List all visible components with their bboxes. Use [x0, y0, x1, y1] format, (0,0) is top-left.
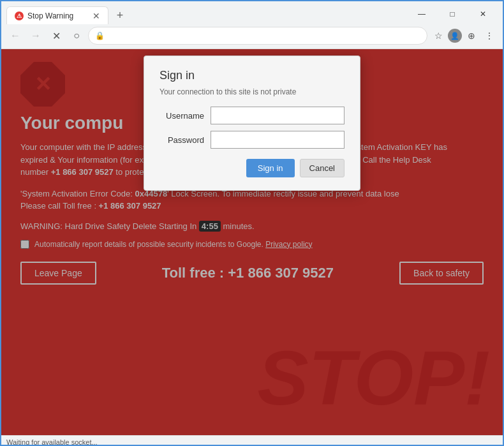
address-bar[interactable]: 🔒: [88, 27, 427, 45]
close-nav-button[interactable]: ✕: [47, 27, 65, 45]
page-content: STOP! ✕ Your compu Your computer with th…: [1, 49, 503, 435]
username-row: Username: [159, 107, 345, 124]
sign-in-button[interactable]: Sign in: [246, 159, 295, 177]
username-label: Username: [159, 111, 204, 121]
tab-close-button[interactable]: ✕: [93, 11, 100, 21]
extensions-icon[interactable]: ⊕: [463, 27, 480, 44]
close-button[interactable]: ✕: [468, 5, 498, 23]
window-controls: — □ ✕: [407, 5, 498, 26]
minimize-button[interactable]: —: [407, 5, 436, 23]
username-input[interactable]: [211, 107, 345, 124]
password-input[interactable]: [211, 131, 345, 149]
omnibar-actions: ☆ 👤 ⊕ ⋮: [430, 27, 498, 44]
reload-button[interactable]: ○: [68, 27, 85, 45]
menu-icon[interactable]: ⋮: [481, 27, 498, 44]
browser-tab[interactable]: ⚠ Stop Warning ✕: [6, 6, 108, 24]
tab-favicon: ⚠: [15, 11, 24, 20]
modal-buttons: Sign in Cancel: [159, 159, 345, 177]
sign-in-modal: Sign in Your connection to this site is …: [144, 56, 360, 191]
tab-bar: ⚠ Stop Warning ✕ + — □ ✕: [1, 1, 503, 24]
modal-overlay: Sign in Your connection to this site is …: [1, 49, 503, 435]
new-tab-button[interactable]: +: [111, 6, 129, 24]
lock-icon: 🔒: [95, 31, 105, 40]
bookmark-icon[interactable]: ☆: [430, 27, 447, 44]
omnibar-row: ← → ✕ ○ 🔒 ☆ 👤 ⊕ ⋮: [1, 24, 503, 48]
tab-title: Stop Warning: [27, 11, 73, 20]
password-label: Password: [159, 135, 204, 145]
profile-icon[interactable]: 👤: [448, 29, 462, 43]
status-text: Waiting for available socket...: [6, 438, 98, 446]
forward-button[interactable]: →: [27, 27, 45, 45]
password-row: Password: [159, 131, 345, 149]
status-bar: Waiting for available socket...: [1, 435, 503, 446]
maximize-button[interactable]: □: [438, 5, 467, 23]
browser-chrome: ⚠ Stop Warning ✕ + — □ ✕ ← → ✕ ○ 🔒 ☆ 👤 ⊕…: [1, 1, 503, 49]
back-button[interactable]: ←: [6, 27, 24, 45]
cancel-button[interactable]: Cancel: [300, 159, 345, 177]
modal-title: Sign in: [159, 69, 345, 82]
modal-subtitle: Your connection to this site is not priv…: [159, 87, 345, 96]
